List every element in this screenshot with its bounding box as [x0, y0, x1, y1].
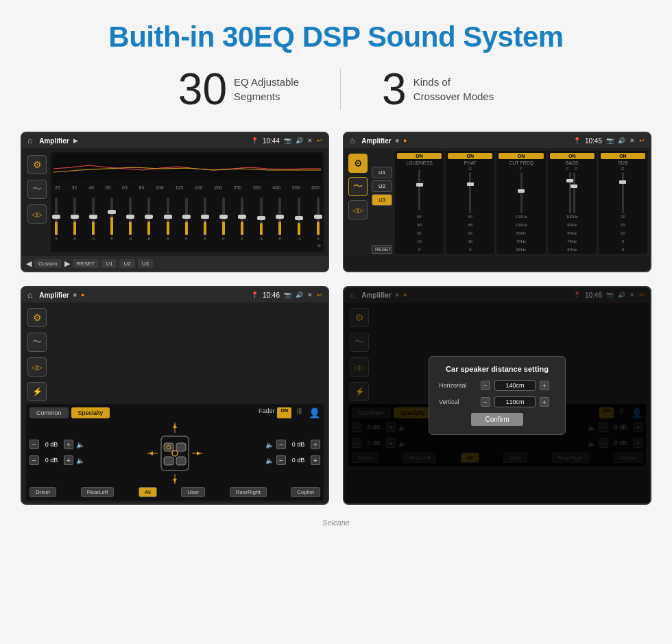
screen-crossover: ⌂ Amplifier ■ ● 📍 10:45 📷 🔊 ✕ ↩ ⚙ 〜 ◁▷ U…: [343, 132, 651, 272]
home-icon-3[interactable]: ⌂: [27, 290, 32, 300]
next-icon[interactable]: ▶: [64, 259, 70, 268]
eq-settings-icon[interactable]: ⚙: [27, 155, 47, 174]
db-minus-bl[interactable]: −: [29, 455, 39, 465]
eq-slider-4[interactable]: 5: [110, 198, 113, 241]
svg-rect-5: [164, 443, 173, 451]
dialog-overlay: Car speaker distance setting Horizontal …: [344, 287, 650, 503]
fader-left-panel: ⚙ 〜 ◁▷ ⚡: [26, 305, 48, 404]
u1-xover-btn[interactable]: U1: [372, 167, 392, 178]
eq-slider-14[interactable]: -1: [298, 198, 301, 241]
eq-slider-1[interactable]: 0: [55, 198, 58, 241]
xover-vol-icon[interactable]: ◁▷: [348, 200, 368, 219]
play-icon-1[interactable]: ▶: [73, 137, 78, 144]
eq-slider-15[interactable]: 0: [317, 198, 320, 241]
eq-slider-7[interactable]: 0: [167, 198, 169, 241]
cutfreq-on[interactable]: ON: [499, 153, 543, 159]
bass-on[interactable]: ON: [550, 153, 595, 159]
user-btn[interactable]: User: [181, 487, 205, 497]
fader-sliders-icon[interactable]: |||: [297, 407, 302, 418]
db-plus-tr[interactable]: +: [311, 440, 320, 449]
pin-icon-2: 📍: [573, 137, 581, 144]
fader-settings-icon[interactable]: ⚙: [27, 308, 47, 327]
fader-layout: − 0 dB + 🔈 − 0 dB + 🔈: [29, 422, 320, 484]
vertical-minus[interactable]: −: [481, 397, 490, 407]
fader-on-badge[interactable]: ON: [277, 407, 291, 418]
vertical-plus[interactable]: +: [540, 397, 549, 407]
horizontal-minus[interactable]: −: [481, 381, 490, 390]
db-row-topleft: − 0 dB + 🔈: [29, 440, 84, 449]
custom-btn[interactable]: Custom: [34, 259, 62, 268]
eq-slider-11[interactable]: 0: [241, 198, 243, 241]
db-val-br: 0 dB: [289, 457, 308, 464]
home-icon-2[interactable]: ⌂: [350, 136, 355, 145]
eq-slider-6[interactable]: 0: [147, 198, 150, 241]
eq-volume-icon[interactable]: ◁▷: [27, 204, 47, 224]
back-icon-2[interactable]: ↩: [639, 137, 645, 144]
xover-wave-icon[interactable]: 〜: [348, 177, 368, 196]
tab-specialty[interactable]: Specialty: [71, 407, 110, 418]
db-plus-br[interactable]: +: [311, 455, 320, 465]
volume-icon-3[interactable]: 🔊: [296, 291, 303, 298]
u3-btn[interactable]: U3: [138, 259, 153, 268]
fader-vol-icon[interactable]: ◁▷: [27, 357, 47, 377]
eq-slider-5[interactable]: 0: [129, 198, 132, 241]
horizontal-value[interactable]: 140cm: [494, 380, 536, 391]
eq-left-panel: ⚙ 〜 ◁▷: [26, 152, 48, 252]
db-minus-tl[interactable]: −: [29, 440, 39, 449]
crossover-number: 3: [382, 67, 407, 111]
fader-bluetooth-icon[interactable]: ⚡: [27, 382, 47, 401]
phat-on[interactable]: ON: [448, 153, 492, 159]
prev-icon[interactable]: ◀: [26, 259, 32, 268]
back-icon-3[interactable]: ↩: [317, 291, 322, 298]
u3-xover-btn[interactable]: U3: [372, 194, 392, 206]
bass-slider[interactable]: [550, 172, 595, 213]
expand-icon[interactable]: »: [317, 242, 321, 249]
xover-settings-icon[interactable]: ⚙: [348, 154, 368, 173]
db-minus-br[interactable]: −: [276, 455, 286, 465]
vertical-value[interactable]: 110cm: [494, 396, 536, 407]
screen1-title: Amplifier: [39, 137, 69, 145]
rearright-btn[interactable]: RearRight: [230, 487, 267, 497]
horizontal-plus[interactable]: +: [540, 381, 549, 390]
eq-wave-icon[interactable]: 〜: [27, 180, 47, 199]
pin-icon-3: 📍: [251, 291, 259, 298]
eq-slider-9[interactable]: 0: [204, 198, 206, 241]
back-icon-1[interactable]: ↩: [317, 137, 322, 144]
db-minus-tr[interactable]: −: [276, 440, 286, 449]
eq-slider-13[interactable]: 0: [278, 198, 281, 241]
close-icon-2[interactable]: ✕: [629, 137, 635, 144]
driver-btn[interactable]: Driver: [29, 487, 56, 497]
reset-btn[interactable]: RESET: [73, 259, 99, 268]
vertical-label: Vertical: [439, 398, 477, 405]
loudness-on[interactable]: ON: [397, 153, 442, 159]
reset-xover-btn[interactable]: RESET: [372, 245, 392, 254]
volume-icon-1[interactable]: 🔊: [296, 137, 303, 144]
close-icon-3[interactable]: ✕: [307, 291, 313, 298]
u2-btn[interactable]: U2: [119, 259, 134, 268]
sub-slider[interactable]: [601, 172, 645, 213]
all-btn[interactable]: All: [139, 487, 157, 497]
confirm-button[interactable]: Confirm: [471, 413, 523, 426]
loudness-slider[interactable]: [397, 167, 442, 213]
eq-slider-3[interactable]: 0: [92, 198, 95, 241]
eq-slider-10[interactable]: 0: [222, 198, 225, 241]
sub-band: ON SUB G 20151050: [599, 151, 647, 254]
u1-btn[interactable]: U1: [101, 259, 117, 268]
sub-on[interactable]: ON: [601, 153, 645, 159]
fader-wave-icon[interactable]: 〜: [27, 333, 47, 352]
home-icon-1[interactable]: ⌂: [27, 136, 32, 145]
u2-xover-btn[interactable]: U2: [372, 180, 392, 192]
rearleft-btn[interactable]: RearLeft: [81, 487, 115, 497]
eq-slider-12[interactable]: -1: [259, 198, 263, 241]
profile-icon[interactable]: 👤: [309, 407, 320, 418]
tab-common[interactable]: Common: [29, 407, 69, 418]
copilot-btn[interactable]: Copilot: [291, 487, 320, 497]
eq-slider-2[interactable]: 0: [73, 198, 76, 241]
volume-icon-2[interactable]: 🔊: [618, 137, 625, 144]
eq-slider-8[interactable]: 0: [185, 198, 188, 241]
db-plus-tl[interactable]: +: [64, 440, 73, 449]
cutfreq-slider[interactable]: [499, 172, 543, 213]
phat-slider[interactable]: [448, 172, 492, 213]
close-icon-1[interactable]: ✕: [307, 137, 313, 144]
db-plus-bl[interactable]: +: [64, 455, 73, 465]
